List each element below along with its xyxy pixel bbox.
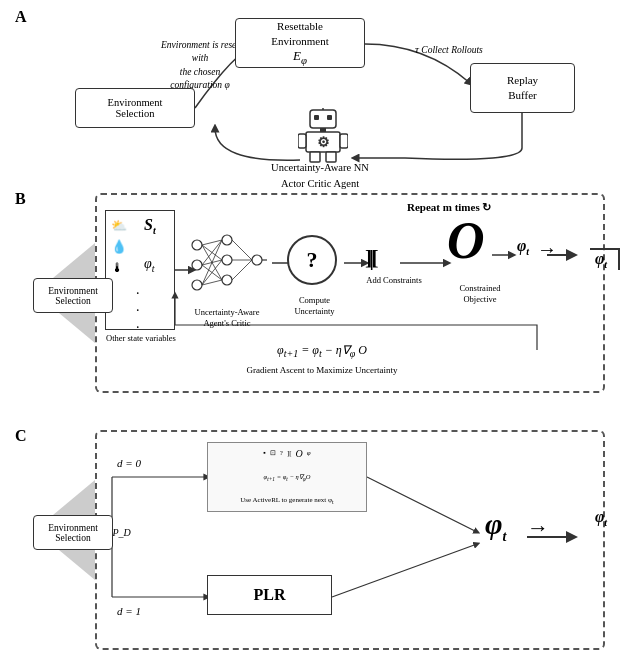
mini-o: O [296,447,303,460]
svg-point-22 [222,255,232,265]
add-constraints-symbol: ]|[ [365,245,376,271]
resettable-env-box: Resettable Environment Eφ [235,18,365,68]
active-rl-eq-mini: φt+1 = φt − η∇φO [264,473,311,483]
env-sel-a-text: EnvironmentSelection [108,97,163,119]
plr-box: PLR [207,575,332,615]
svg-rect-0 [310,110,336,128]
svg-rect-9 [340,134,348,148]
compute-uncertainty-label: ComputeUncertainty [282,295,347,317]
buffer-label: Buffer [508,88,537,103]
mini-state: ▪ [263,449,265,458]
gradient-ascent-label: Gradient Ascent to Maximize Uncertainty [152,365,492,375]
svg-rect-2 [327,115,332,120]
state-box: ⛅ 💧 🌡 St φt ··· [105,210,175,330]
temp-icon: 🌡 [111,258,127,279]
plr-label: PLR [254,586,286,604]
active-rl-use-label: Use ActiveRL to generate next φt [240,496,333,507]
repeat-label: Repeat m times ↻ [407,201,491,214]
arrow-right-c: → [527,515,549,541]
env-selection-box-a: EnvironmentSelection [75,88,195,128]
svg-point-24 [252,255,262,265]
robot-icon-a: ⚙ [295,108,350,163]
svg-rect-1 [314,115,319,120]
svg-point-23 [222,275,232,285]
gradient-eq: φt+1 = φt − η∇φ O [152,343,492,359]
svg-text:⚙: ⚙ [316,135,329,150]
big-o-b: O [447,215,485,267]
mini-q: ? [280,449,283,458]
svg-point-18 [192,240,202,250]
robot-label-a: Uncertainty-Aware NNActor Critic Agent [225,160,415,191]
dots-b: ··· [136,286,140,336]
svg-line-32 [202,260,222,285]
env-selection-box-b: EnvironmentSelection [33,278,113,313]
nn-critic-visual [187,225,267,305]
drop-icon: 💧 [111,237,127,258]
phi-t-big-arrow: → [537,238,557,261]
phi-label: φt [144,256,155,274]
st-label: St [144,216,156,236]
d-zero-label: d = 0 [117,457,141,469]
svg-line-28 [202,240,222,265]
svg-point-21 [222,235,232,245]
output-arrow-b [590,248,620,270]
svg-line-36 [232,260,252,280]
replay-buffer-box: Replay Buffer [470,63,575,113]
svg-line-42 [332,544,477,597]
constrained-objective-label: ConstrainedObjective [445,283,515,305]
add-constraints-label: Add Constraints [359,275,429,286]
section-b: EnvironmentSelection ⛅ 💧 🌡 St φt ··· Oth… [15,188,630,408]
tau-note-a: τ Collect Rollouts [415,43,483,55]
question-circle-b: ? [287,235,337,285]
dashed-box-b: ⛅ 💧 🌡 St φt ··· Other state variables [95,193,605,393]
env-sel-c-text: EnvironmentSelection [48,523,98,543]
dashed-box-c: d = 0 d ~ P_D d = 1 ▪ ⊡ ? ][ O φ φt+1 = … [95,430,605,650]
d-one-label: d = 1 [117,605,141,617]
nn-critic-label: Uncertainty-AwareAgent's Critic [182,307,272,329]
mini-nn: ⊡ [270,449,276,458]
state-vars-label: Other state variables [100,333,182,343]
phi-note-a: Environment is reset withthe chosen conf… [155,38,245,91]
replay-label: Replay [507,73,538,88]
phi-t-large-c: φt [485,507,506,545]
svg-point-20 [192,280,202,290]
weather-icon: ⛅ [111,216,127,237]
state-icons: ⛅ 💧 🌡 [111,216,127,278]
mini-phi: φ [307,449,311,458]
resettable-line1: Resettable [277,19,323,33]
resettable-line3: Eφ [293,48,307,67]
svg-line-41 [367,477,477,532]
section-a: Environment is reset withthe chosen conf… [15,8,630,183]
robot-text-a: Uncertainty-Aware NNActor Critic Agent [271,162,369,189]
mini-add: ][ [287,449,292,458]
env-selection-box-c: EnvironmentSelection [33,515,113,550]
svg-line-34 [232,240,252,260]
phi-t-output-c: φt [595,508,607,528]
active-rl-mini-box: ▪ ⊡ ? ][ O φ φt+1 = φt − η∇φO Use Active… [207,442,367,512]
env-sel-b-text: EnvironmentSelection [48,286,98,306]
active-rl-top-row: ▪ ⊡ ? ][ O φ [263,447,310,460]
svg-rect-8 [298,134,306,148]
phi-t-b: φt [517,237,529,257]
resettable-line2: Environment [271,34,328,48]
section-c: EnvironmentSelection [15,425,630,655]
robot-svg-a: ⚙ [298,108,348,163]
nn-svg [187,225,267,305]
svg-point-19 [192,260,202,270]
